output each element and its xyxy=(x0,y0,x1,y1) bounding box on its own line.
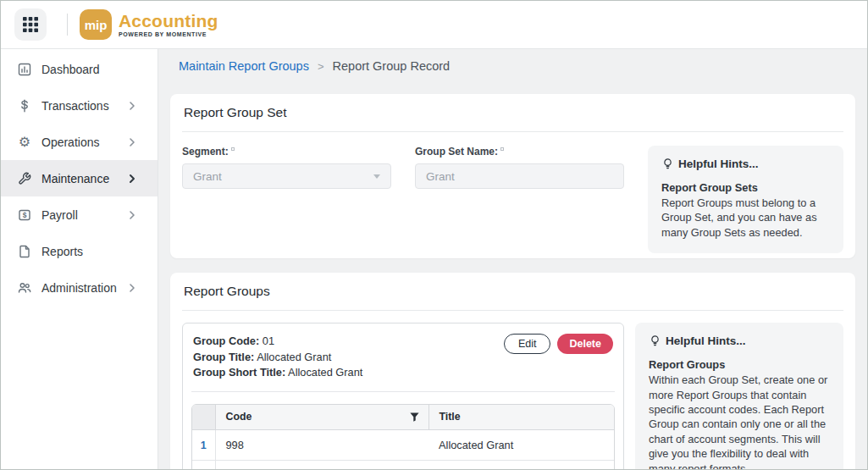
sidebar-item-label: Operations xyxy=(41,135,99,149)
main-content: Maintain Report Groups > Report Group Re… xyxy=(158,49,867,469)
sidebar-item-label: Payroll xyxy=(41,208,78,222)
group-set-name-label: Group Set Name: xyxy=(415,146,624,158)
column-header-rownum xyxy=(192,405,215,430)
app-header: mip Accounting POWERED BY MOMENTIVE xyxy=(1,1,867,49)
chevron-right-icon xyxy=(127,283,137,293)
chevron-down-icon xyxy=(373,174,380,179)
group-short-title-line: Group Short Title: Allocated Grant xyxy=(193,365,362,381)
cell-code: 998 xyxy=(215,430,428,461)
report-groups-table: Code Title xyxy=(191,404,615,470)
helpful-hints-panel-report-groups: Helpful Hints... Report Groups Within ea… xyxy=(635,323,843,470)
report-group-set-title: Report Group Set xyxy=(182,104,843,121)
cell-title: Pooled Grant xyxy=(428,461,614,470)
sidebar-item-label: Dashboard xyxy=(41,63,100,76)
hints-title-text: Helpful Hints... xyxy=(678,158,759,170)
mip-logo-text: mip xyxy=(85,18,108,32)
edit-button[interactable]: Edit xyxy=(504,334,551,354)
document-icon xyxy=(16,245,33,258)
breadcrumb-link-maintain-report-groups[interactable]: Maintain Report Groups xyxy=(179,59,309,73)
gear-icon: ⚙ xyxy=(16,135,33,149)
row-number: 2 xyxy=(192,461,215,470)
breadcrumb-separator: > xyxy=(318,60,324,73)
chevron-right-icon xyxy=(127,137,137,147)
record-divider xyxy=(191,391,615,392)
sidebar-item-maintenance[interactable]: Maintenance xyxy=(1,160,158,196)
filter-icon[interactable] xyxy=(409,412,420,423)
payroll-icon: $ xyxy=(16,208,33,222)
report-groups-card: Report Groups Group Code: 01 Group Title… xyxy=(170,273,855,470)
group-set-name-value: Grant xyxy=(426,170,455,183)
lightbulb-icon xyxy=(649,335,661,347)
sidebar-item-payroll[interactable]: $ Payroll xyxy=(1,196,158,233)
brand: mip Accounting POWERED BY MOMENTIVE xyxy=(80,9,218,40)
wrench-icon xyxy=(16,172,33,185)
brand-tagline: POWERED BY MOMENTIVE xyxy=(119,31,218,37)
segment-label: Segment: xyxy=(182,146,391,158)
card-divider xyxy=(182,310,843,311)
column-header-code: Code xyxy=(215,405,428,430)
segment-select: Grant xyxy=(182,163,391,189)
sidebar: Dashboard Transactions ⚙ Operations xyxy=(1,49,158,469)
helpful-hints-panel-group-set: Helpful Hints... Report Group Sets Repor… xyxy=(648,146,843,253)
group-code-line: Group Code: 01 xyxy=(193,334,362,350)
column-header-title: Title xyxy=(428,405,614,430)
mip-logo: mip xyxy=(80,9,112,40)
group-title-line: Group Title: Allocated Grant xyxy=(193,350,362,366)
hints-subtitle: Report Group Sets xyxy=(661,181,830,194)
brand-product: Accounting xyxy=(119,12,218,30)
group-set-name-input: Grant xyxy=(415,163,624,189)
sidebar-item-dashboard[interactable]: Dashboard xyxy=(1,51,158,87)
report-groups-title: Report Groups xyxy=(182,283,843,300)
sidebar-item-label: Transactions xyxy=(41,99,109,113)
lightbulb-icon xyxy=(661,158,674,170)
app-window: mip Accounting POWERED BY MOMENTIVE Dash… xyxy=(0,0,868,470)
hints-body: Report Groups must belong to a Group Set… xyxy=(661,196,830,240)
sidebar-item-administration[interactable]: Administration xyxy=(1,269,158,306)
card-divider xyxy=(182,131,843,132)
chevron-right-icon xyxy=(127,210,137,220)
required-marker xyxy=(500,147,504,151)
dashboard-icon xyxy=(16,63,33,76)
breadcrumb-current: Report Group Record xyxy=(333,59,451,73)
sidebar-item-label: Administration xyxy=(41,281,117,295)
sidebar-item-label: Reports xyxy=(41,245,83,258)
required-marker xyxy=(231,147,235,151)
breadcrumb: Maintain Report Groups > Report Group Re… xyxy=(158,49,867,94)
app-launcher-button[interactable] xyxy=(14,8,47,41)
cell-title: Allocated Grant xyxy=(428,430,614,461)
sidebar-item-label: Maintenance xyxy=(41,172,109,185)
people-icon xyxy=(16,281,33,295)
hints-body: Within each Group Set, create one or mor… xyxy=(649,373,830,470)
header-divider xyxy=(67,14,68,36)
hints-title-text: Helpful Hints... xyxy=(666,335,746,347)
report-group-set-card: Report Group Set Segment: Grant Group Se… xyxy=(170,94,855,258)
segment-select-value: Grant xyxy=(193,170,222,183)
table-row[interactable]: 2 999 Pooled Grant xyxy=(192,461,614,470)
hints-subtitle: Report Groups xyxy=(649,358,830,371)
report-group-record-card: Group Code: 01 Group Title: Allocated Gr… xyxy=(182,323,624,470)
sidebar-item-transactions[interactable]: Transactions xyxy=(1,87,158,124)
dollar-icon xyxy=(16,99,33,113)
svg-text:$: $ xyxy=(23,211,27,219)
cell-code: 999 xyxy=(215,461,428,470)
chevron-right-icon xyxy=(127,101,137,111)
sidebar-item-operations[interactable]: ⚙ Operations xyxy=(1,124,158,160)
delete-button[interactable]: Delete xyxy=(557,334,613,354)
row-number: 1 xyxy=(192,430,215,461)
table-row[interactable]: 1 998 Allocated Grant xyxy=(192,430,614,461)
chevron-right-icon xyxy=(127,174,137,184)
sidebar-item-reports[interactable]: Reports xyxy=(1,233,158,269)
grid-icon xyxy=(23,17,38,32)
